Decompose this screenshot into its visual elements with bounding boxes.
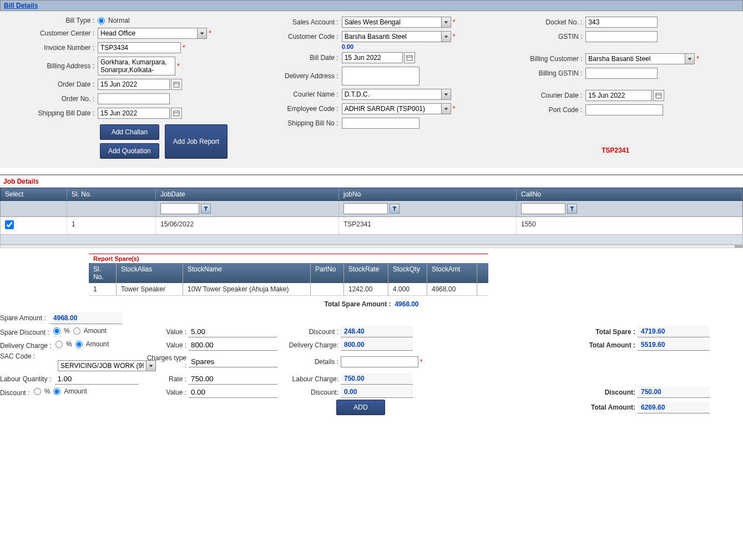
credit-amount: 0.00 <box>342 43 483 50</box>
sales-acc-input[interactable] <box>342 17 442 28</box>
filter-icon[interactable] <box>567 204 577 214</box>
svg-rect-2 <box>174 111 179 116</box>
col-sl[interactable]: Sl. No. <box>67 188 156 200</box>
required-star: * <box>209 29 211 37</box>
job-grid-filter-row <box>0 201 743 217</box>
dropdown-icon[interactable] <box>685 53 695 64</box>
bill-details-header: Bill Details <box>0 0 743 11</box>
spares-row[interactable]: 1 Tower Speaker 10W Tower Speaker (Ahuja… <box>89 283 488 296</box>
bill-cust-input[interactable] <box>585 53 685 64</box>
ship-date-input[interactable] <box>98 108 170 119</box>
sac-label: SAC Code : <box>0 352 35 360</box>
cust-center-input[interactable] <box>98 28 198 39</box>
dropdown-icon[interactable] <box>441 103 451 114</box>
courier-date-input[interactable] <box>585 90 652 101</box>
bill-type-label: Bill Type : <box>17 17 94 24</box>
filter-icon[interactable] <box>390 204 400 214</box>
bill-gstin-input[interactable] <box>585 68 658 79</box>
jobno-filter-input[interactable] <box>343 203 388 214</box>
docket-input[interactable] <box>585 17 658 28</box>
spares-header-row: Sl. No. StockAlias StockName PartNo Stoc… <box>89 263 488 283</box>
total-spare-amount: Total Spare Amount : 4968.00 <box>0 296 743 312</box>
svg-rect-6 <box>656 93 661 98</box>
gstin-input[interactable] <box>585 31 658 42</box>
order-date-input[interactable] <box>98 79 170 90</box>
invoice-label: Invoice Number : <box>17 44 94 52</box>
bill-type-normal-radio[interactable] <box>98 17 105 24</box>
add-quotation-button[interactable]: Add Quotation <box>100 143 159 159</box>
disc2-amt-radio[interactable] <box>53 388 60 395</box>
cust-code-input[interactable] <box>342 31 442 42</box>
row-select-checkbox[interactable] <box>5 220 14 229</box>
spare-disc-label: Spare Discount : <box>0 329 49 336</box>
del-addr-textarea[interactable] <box>342 67 419 85</box>
row-jobno: TSP2341 <box>339 217 517 234</box>
emp-code-input[interactable] <box>342 103 442 114</box>
total-amount-value: 5519.60 <box>638 339 710 351</box>
required-star: * <box>183 44 185 52</box>
rate-input[interactable] <box>189 374 277 385</box>
job-grid-row[interactable]: 1 15/06/2022 TSP2341 1550 <box>0 217 743 235</box>
add-job-report-button[interactable]: Add Job Report <box>165 124 228 159</box>
calendar-icon[interactable] <box>171 79 182 90</box>
cust-center-dropdown-icon[interactable] <box>197 28 207 39</box>
courier-input[interactable] <box>342 89 442 100</box>
bill-date-input[interactable] <box>342 52 403 63</box>
ship-no-input[interactable] <box>342 118 419 129</box>
bill-cust-label: Billing Customer : <box>504 55 582 63</box>
col-jobno[interactable]: jobNo <box>339 188 517 200</box>
del-chg-amt-radio[interactable] <box>75 341 83 348</box>
col-callno[interactable]: CallNo <box>517 188 742 200</box>
row-jobdate: 15/06/2022 <box>156 217 339 234</box>
sac-input[interactable] <box>58 360 146 371</box>
bill-gstin-label: Billing GSTIN : <box>504 69 582 77</box>
total-spare-value: 4719.60 <box>638 326 710 337</box>
spare-disc-amt-radio[interactable] <box>73 327 80 335</box>
add-challan-button[interactable]: Add Challan <box>100 124 159 140</box>
job-grid: Select Sl. No. JobDate jobNo CallNo 1 15… <box>0 188 743 245</box>
tsp-ref-label: TSP2341 <box>602 147 629 154</box>
spare-amt-value: 4968.00 <box>50 312 122 324</box>
disc2-pct-radio[interactable] <box>34 388 41 395</box>
del-value-input[interactable] <box>189 340 277 351</box>
order-date-label: Order Date : <box>17 80 94 88</box>
order-no-input[interactable] <box>98 93 170 104</box>
lab-qty-label: Labour Quantity : <box>0 375 51 383</box>
port-code-label: Port Code : <box>504 106 582 114</box>
order-no-label: Order No. : <box>17 95 94 103</box>
calc-area: Spare Amount : 4968.00 Spare Discount : … <box>0 312 743 428</box>
details-input[interactable] <box>341 356 418 367</box>
del-addr-label: Delivery Address : <box>261 72 338 80</box>
lab-qty-input[interactable] <box>55 374 138 385</box>
del-chg-pct-radio[interactable] <box>55 341 63 348</box>
jobdate-filter-input[interactable] <box>160 203 199 214</box>
dropdown-icon[interactable] <box>441 89 451 100</box>
required-star: * <box>420 358 423 366</box>
calendar-icon[interactable] <box>653 90 664 101</box>
callno-filter-input[interactable] <box>521 203 565 214</box>
filter-icon[interactable] <box>201 204 211 214</box>
invoice-input[interactable] <box>98 42 181 53</box>
spare-amt-label: Spare Amount : <box>0 314 46 322</box>
required-star: * <box>453 33 456 41</box>
calendar-icon[interactable] <box>404 52 415 63</box>
cust-code-label: Customer Code : <box>261 33 338 41</box>
del-chg-value: 800.00 <box>341 339 413 351</box>
disc-value-input[interactable] <box>189 326 277 337</box>
courier-label: Courier Name : <box>261 90 338 98</box>
col-jobdate[interactable]: JobDate <box>156 188 339 200</box>
dropdown-icon[interactable] <box>441 31 451 42</box>
col-select[interactable]: Select <box>1 188 67 200</box>
bill-addr-textarea[interactable]: Gorkhara, Kumarpara, Sonarpur,Kolkata- <box>98 57 175 75</box>
calendar-icon[interactable] <box>171 108 182 119</box>
port-code-input[interactable] <box>585 104 663 115</box>
spare-disc-pct-radio[interactable] <box>53 327 60 335</box>
grid-scrollbar[interactable] <box>0 245 743 248</box>
sales-acc-label: Sales Account : <box>261 18 338 26</box>
disc2-value-input[interactable] <box>189 387 277 398</box>
add-button[interactable]: ADD <box>336 400 385 415</box>
charges-type-input[interactable] <box>189 356 277 367</box>
ship-no-label: Shipping Bill No : <box>261 119 338 127</box>
dropdown-icon[interactable] <box>441 17 451 28</box>
svg-rect-0 <box>174 82 179 87</box>
